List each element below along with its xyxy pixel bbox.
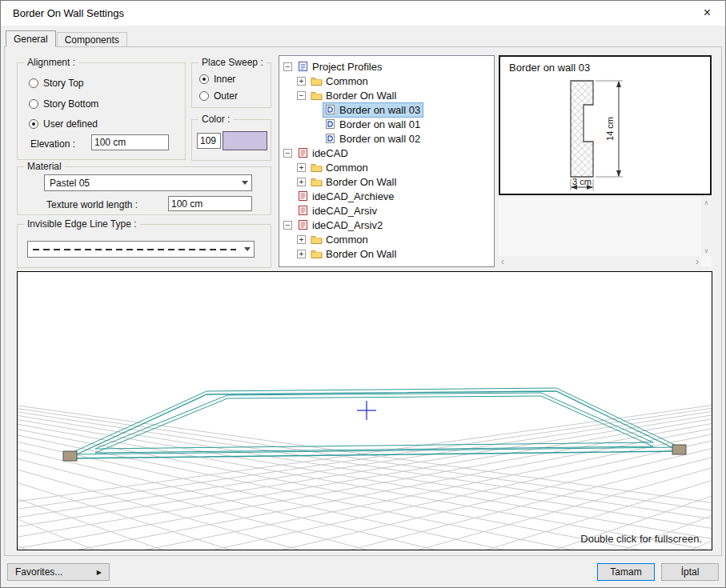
tree-item-label: ideCAD_Arsiv2 xyxy=(312,219,383,231)
color-legend: Color : xyxy=(199,114,233,125)
expander-minus-icon[interactable]: − xyxy=(283,62,292,71)
expander-minus-icon[interactable]: − xyxy=(283,149,292,158)
favorites-button[interactable]: Favorites... ▶ xyxy=(7,563,110,581)
tree-item[interactable]: +Border On Wall xyxy=(279,246,494,261)
tree-item-label: Border on wall 01 xyxy=(339,118,420,130)
tree-item-label: Border On Wall xyxy=(326,176,396,188)
tab-components[interactable]: Components xyxy=(57,32,127,46)
expander-plus-icon[interactable]: + xyxy=(297,235,306,244)
tree-item[interactable]: +Common xyxy=(279,74,494,88)
tree-item-label: ideCAD xyxy=(312,147,348,159)
expander-plus-icon[interactable]: + xyxy=(297,178,306,186)
invisible-edge-legend: Invisible Edge Line Type : xyxy=(24,218,140,230)
profile-icon xyxy=(324,104,336,115)
preview-title: Border on wall 03 xyxy=(509,62,590,74)
elevation-input[interactable] xyxy=(91,134,169,150)
profile-icon xyxy=(324,133,336,144)
scroll-left-icon[interactable]: ‹ xyxy=(501,256,504,267)
radio-label: User defined xyxy=(43,118,98,130)
expander-minus-icon[interactable]: − xyxy=(283,221,292,230)
radio-outer[interactable]: Outer xyxy=(199,90,238,102)
tree-item[interactable]: −Border On Wall xyxy=(279,88,494,102)
folder-icon xyxy=(311,76,323,86)
dim-vertical-label: 14 cm xyxy=(605,117,615,141)
expand-right-icon: ▶ xyxy=(97,569,102,576)
tree-item[interactable]: Border on wall 03 xyxy=(279,102,494,117)
tree-item[interactable]: +Border On Wall xyxy=(279,174,494,189)
elevation-label: Elevation : xyxy=(30,138,75,150)
folder-icon xyxy=(311,177,323,186)
tree-item-label: ideCAD_Arsiv xyxy=(312,205,377,217)
title-bar: Border On Wall Settings × xyxy=(1,1,725,26)
place-sweep-legend: Place Sweep : xyxy=(199,57,267,68)
tree-item[interactable]: −Project Profiles xyxy=(279,59,494,74)
folder-icon xyxy=(311,90,323,100)
cancel-button[interactable]: İptal xyxy=(661,563,719,581)
book-icon xyxy=(297,190,309,202)
profile-icon xyxy=(324,118,336,130)
dim-horizontal-label: 3 cm xyxy=(572,177,592,186)
expander-plus-icon[interactable]: + xyxy=(297,163,306,172)
tree-item[interactable]: −ideCAD_Arsiv2 xyxy=(279,218,494,232)
color-index-input[interactable] xyxy=(197,133,221,149)
profile-preview-panel: Border on wall 03 14 cm xyxy=(499,55,712,195)
horizontal-scrollbar[interactable]: ‹ › xyxy=(499,256,701,266)
line-type-dropdown[interactable] xyxy=(27,241,255,258)
radio-circle-icon xyxy=(29,99,38,109)
radio-story-top[interactable]: Story Top xyxy=(29,78,83,89)
radio-user-defined[interactable]: User defined xyxy=(29,118,98,130)
tree-item[interactable]: Border on wall 01 xyxy=(279,117,494,131)
material-dropdown-value: Pastel 05 xyxy=(50,178,90,189)
material-dropdown[interactable]: Pastel 05 xyxy=(44,174,252,191)
window-title: Border On Wall Settings xyxy=(13,7,124,19)
tree-item-label: Border On Wall xyxy=(326,248,396,260)
3d-viewport[interactable]: Double click for fullscreen. xyxy=(17,271,712,550)
expander-minus-icon[interactable]: − xyxy=(297,91,306,100)
scroll-down-icon[interactable]: ∨ xyxy=(704,247,709,254)
folder-icon xyxy=(311,162,323,172)
expander-plus-icon[interactable]: + xyxy=(297,77,306,86)
tree-item-label: Border on wall 03 xyxy=(339,104,420,116)
radio-inner[interactable]: Inner xyxy=(199,74,235,85)
close-icon[interactable]: × xyxy=(689,1,725,25)
place-sweep-group: Place Sweep : Inner Outer xyxy=(191,62,271,108)
radio-label: Inner xyxy=(214,74,235,85)
tree-item[interactable]: +Common xyxy=(279,160,494,174)
texture-length-label: Texture world length : xyxy=(46,199,138,210)
scroll-right-icon[interactable]: › xyxy=(696,256,699,267)
tree-item[interactable]: Border on wall 02 xyxy=(279,131,494,146)
tree-item-label: Border On Wall xyxy=(326,90,396,102)
chevron-down-icon xyxy=(242,181,248,185)
tree-item[interactable]: +Common xyxy=(279,232,494,246)
tab-general[interactable]: General xyxy=(6,30,56,47)
tree-item-label: Common xyxy=(326,75,368,87)
book-icon xyxy=(297,205,309,216)
radio-story-bottom[interactable]: Story Bottom xyxy=(29,98,98,110)
book-icon xyxy=(297,147,309,158)
tree-item-label: Project Profiles xyxy=(312,61,382,73)
expander-plus-icon[interactable]: + xyxy=(297,250,306,258)
material-group: Material Pastel 05 Texture world length … xyxy=(17,166,271,215)
viewport-canvas xyxy=(18,272,712,550)
tree-item[interactable]: ideCAD_Arsiv xyxy=(279,203,494,218)
dashed-line-sample xyxy=(33,249,236,250)
tab-strip: General Components xyxy=(6,32,128,49)
fullscreen-hint: Double click for fullscreen. xyxy=(580,533,702,545)
vertical-scrollbar[interactable]: ∧ ∨ xyxy=(701,198,712,256)
alignment-group: Alignment : Story Top Story Bottom User … xyxy=(17,62,186,160)
radio-label: Outer xyxy=(214,90,238,102)
preview-scroll-area: ∧ ∨ ‹ › xyxy=(499,198,712,266)
radio-label: Story Top xyxy=(43,78,83,89)
tree-item-label: Border on wall 02 xyxy=(339,133,420,145)
invisible-edge-group: Invisible Edge Line Type : xyxy=(17,224,271,268)
folder-icon xyxy=(311,234,323,244)
radio-circle-icon xyxy=(199,74,209,84)
scroll-up-icon[interactable]: ∧ xyxy=(704,199,709,206)
tree-item[interactable]: −ideCAD xyxy=(279,146,494,160)
color-swatch[interactable] xyxy=(223,131,267,150)
texture-length-input[interactable] xyxy=(168,196,252,211)
ok-button[interactable]: Tamam xyxy=(597,563,655,581)
material-legend: Material xyxy=(24,161,65,172)
tree-item[interactable]: ideCAD_Archieve xyxy=(279,189,494,203)
border-on-wall-settings-dialog: Border On Wall Settings × General Compon… xyxy=(0,0,726,588)
